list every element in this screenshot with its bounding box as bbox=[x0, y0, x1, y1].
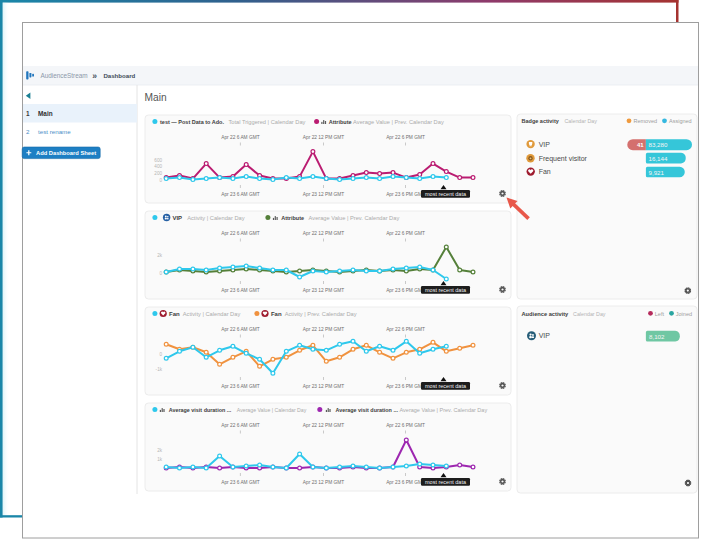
svg-text:Calendar Day: Calendar Day bbox=[565, 118, 598, 124]
svg-text:Apr 23 6 AM GMT: Apr 23 6 AM GMT bbox=[221, 288, 259, 293]
svg-text:Apr 23 6 AM GMT: Apr 23 6 AM GMT bbox=[221, 480, 259, 485]
svg-text:0: 0 bbox=[159, 352, 162, 357]
svg-text:200: 200 bbox=[154, 171, 162, 176]
svg-text:Assigned: Assigned bbox=[669, 118, 692, 124]
svg-text:Apr 22 12 PM GMT: Apr 22 12 PM GMT bbox=[303, 423, 344, 428]
svg-text:Attribute: Attribute bbox=[329, 119, 352, 125]
svg-text:Removed: Removed bbox=[634, 118, 658, 124]
svg-text:Apr 23 6 PM GMT: Apr 23 6 PM GMT bbox=[386, 384, 425, 389]
svg-text:Apr 22 6 AM GMT: Apr 22 6 AM GMT bbox=[221, 327, 259, 332]
svg-text:most recent data: most recent data bbox=[425, 383, 467, 389]
svg-text:2k: 2k bbox=[157, 448, 163, 453]
svg-text:Activity | Calendar Day: Activity | Calendar Day bbox=[187, 215, 245, 221]
svg-text:most recent data: most recent data bbox=[425, 479, 467, 485]
svg-text:Apr 22 12 PM GMT: Apr 22 12 PM GMT bbox=[303, 327, 344, 332]
svg-text:Apr 22 6 AM GMT: Apr 22 6 AM GMT bbox=[221, 135, 259, 140]
svg-text:Apr 23 12 PM GMT: Apr 23 12 PM GMT bbox=[303, 288, 344, 293]
svg-text:Average Value | Prev. Calendar: Average Value | Prev. Calendar Day bbox=[353, 119, 444, 125]
svg-text:test rename: test rename bbox=[38, 128, 71, 135]
svg-text:8,102: 8,102 bbox=[649, 333, 665, 340]
svg-text:Fan: Fan bbox=[169, 311, 180, 317]
svg-text:VIP: VIP bbox=[172, 215, 182, 221]
svg-text:Average visit duration ...: Average visit duration ... bbox=[169, 407, 232, 413]
svg-text:83,280: 83,280 bbox=[649, 141, 668, 148]
svg-text:test — Post Data to Ado.: test — Post Data to Ado. bbox=[160, 119, 224, 125]
svg-text:Apr 23 6 PM GMT: Apr 23 6 PM GMT bbox=[386, 288, 425, 293]
svg-text:9,921: 9,921 bbox=[649, 169, 665, 176]
svg-text:Apr 22 12 PM GMT: Apr 22 12 PM GMT bbox=[303, 135, 344, 140]
svg-text:1k: 1k bbox=[157, 457, 163, 462]
svg-text:Audience activity: Audience activity bbox=[522, 311, 570, 317]
svg-text:0: 0 bbox=[159, 178, 162, 183]
svg-text:Apr 22 6 PM GMT: Apr 22 6 PM GMT bbox=[386, 327, 425, 332]
svg-text:Apr 22 12 PM GMT: Apr 22 12 PM GMT bbox=[303, 231, 344, 236]
svg-text:Apr 22 6 AM GMT: Apr 22 6 AM GMT bbox=[221, 423, 259, 428]
svg-text:VIP: VIP bbox=[539, 141, 551, 148]
svg-text:Main: Main bbox=[145, 92, 167, 103]
svg-text:Apr 23 6 PM GMT: Apr 23 6 PM GMT bbox=[386, 192, 425, 197]
svg-text:2: 2 bbox=[26, 128, 30, 135]
svg-text:Calendar Day: Calendar Day bbox=[573, 311, 606, 317]
svg-text:Apr 23 6 AM GMT: Apr 23 6 AM GMT bbox=[221, 384, 259, 389]
svg-text:Apr 22 6 PM GMT: Apr 22 6 PM GMT bbox=[386, 135, 425, 140]
svg-text:Average visit duration ...: Average visit duration ... bbox=[336, 407, 399, 413]
svg-text:Activity | Prev. Calendar Day: Activity | Prev. Calendar Day bbox=[285, 311, 357, 317]
svg-text:Apr 22 6 AM GMT: Apr 22 6 AM GMT bbox=[221, 231, 259, 236]
svg-text:Joined: Joined bbox=[676, 311, 692, 317]
svg-text:Main: Main bbox=[38, 110, 53, 117]
svg-text:Apr 23 12 PM GMT: Apr 23 12 PM GMT bbox=[303, 384, 344, 389]
svg-text:400: 400 bbox=[154, 164, 162, 169]
svg-text:most recent data: most recent data bbox=[425, 287, 467, 293]
svg-text:Average Value | Prev. Calendar: Average Value | Prev. Calendar Day bbox=[309, 215, 400, 221]
svg-text:Frequent visitor: Frequent visitor bbox=[539, 155, 588, 163]
svg-text:Average Value | Calendar Day: Average Value | Calendar Day bbox=[237, 407, 307, 413]
svg-text:Apr 23 12 PM GMT: Apr 23 12 PM GMT bbox=[303, 192, 344, 197]
svg-text:600: 600 bbox=[154, 158, 162, 163]
svg-text:2k: 2k bbox=[157, 253, 163, 258]
svg-text:Add Dashboard Sheet: Add Dashboard Sheet bbox=[36, 150, 96, 156]
svg-text:16,144: 16,144 bbox=[649, 155, 668, 162]
svg-text:most recent data: most recent data bbox=[425, 191, 467, 197]
svg-text:Total Triggered | Calendar Day: Total Triggered | Calendar Day bbox=[228, 119, 305, 125]
svg-text:Apr 22 6 PM GMT: Apr 22 6 PM GMT bbox=[386, 423, 425, 428]
svg-text:Badge activity: Badge activity bbox=[522, 118, 560, 124]
svg-text:Activity | Calendar Day: Activity | Calendar Day bbox=[183, 311, 241, 317]
svg-text:Left: Left bbox=[655, 311, 665, 317]
svg-text:Fan: Fan bbox=[539, 168, 551, 175]
svg-text:1: 1 bbox=[26, 110, 30, 117]
svg-text:»: » bbox=[92, 71, 97, 81]
svg-text:-1k: -1k bbox=[156, 367, 163, 372]
svg-text:Attribute: Attribute bbox=[281, 215, 304, 221]
svg-text:Dashboard: Dashboard bbox=[103, 72, 135, 79]
svg-text:VIP: VIP bbox=[539, 332, 551, 339]
svg-text:41: 41 bbox=[637, 142, 644, 148]
svg-text:AudienceStream: AudienceStream bbox=[40, 72, 87, 79]
svg-text:Apr 23 6 AM GMT: Apr 23 6 AM GMT bbox=[221, 192, 259, 197]
svg-text:Fan: Fan bbox=[271, 311, 282, 317]
svg-text:Apr 23 12 PM GMT: Apr 23 12 PM GMT bbox=[303, 480, 344, 485]
svg-text:Apr 22 6 PM GMT: Apr 22 6 PM GMT bbox=[386, 231, 425, 236]
svg-text:0: 0 bbox=[159, 271, 162, 276]
svg-text:Apr 23 6 PM GMT: Apr 23 6 PM GMT bbox=[386, 480, 425, 485]
svg-text:Average Value | Prev. Calendar: Average Value | Prev. Calendar Day bbox=[400, 407, 488, 413]
